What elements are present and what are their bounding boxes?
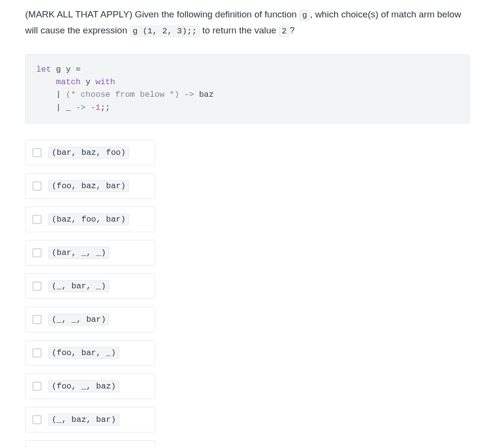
keyword-with: with	[95, 77, 115, 87]
code-indent	[36, 103, 56, 112]
checkbox[interactable]	[32, 215, 42, 224]
option-code-label: (bar, _, _)	[48, 247, 109, 259]
option-code-label: (foo, bar, _)	[48, 347, 119, 359]
code-semi: ;;	[101, 103, 110, 112]
checkbox[interactable]	[32, 181, 42, 191]
option-row[interactable]: (_, baz, bar)	[25, 407, 155, 433]
options-list: (bar, baz, foo)(foo, baz, bar)(baz, foo,…	[25, 140, 155, 448]
inline-code-g: g	[299, 10, 310, 21]
question-text-part: to return the value	[200, 25, 279, 35]
question-text-part: (MARK ALL THAT APPLY) Given the followin…	[25, 9, 299, 19]
option-row[interactable]: (foo, _, baz)	[25, 373, 155, 399]
code-underscore: _	[66, 103, 71, 112]
option-code-label: (_, bar, _)	[48, 280, 109, 292]
option-row[interactable]: (bar, baz, foo)	[25, 140, 155, 165]
question-prompt: (MARK ALL THAT APPLY) Given the followin…	[25, 7, 470, 39]
option-code-label: (foo, baz, bar)	[48, 180, 129, 192]
checkbox[interactable]	[32, 148, 42, 157]
code-text: baz	[199, 90, 214, 99]
code-arrow: ->	[179, 90, 199, 99]
option-row[interactable]: (_, bar, _)	[25, 273, 155, 299]
checkbox[interactable]	[32, 282, 42, 291]
code-indent	[36, 77, 56, 87]
option-code-label: (baz, foo, bar)	[48, 213, 129, 225]
question-container: (MARK ALL THAT APPLY) Given the followin…	[0, 0, 495, 448]
option-row[interactable]: (foo, baz, bar)	[25, 173, 155, 199]
option-row[interactable]: None of the above	[25, 440, 155, 448]
code-text: g y =	[51, 65, 81, 74]
question-text-part: ?	[290, 25, 295, 35]
checkbox[interactable]	[32, 248, 42, 257]
code-text: y	[81, 77, 96, 87]
checkbox[interactable]	[32, 315, 42, 324]
option-row[interactable]: (baz, foo, bar)	[25, 207, 155, 232]
option-row[interactable]: (bar, _, _)	[25, 240, 155, 266]
checkbox[interactable]	[32, 348, 42, 358]
checkbox[interactable]	[32, 415, 42, 424]
code-indent	[36, 90, 56, 99]
checkbox[interactable]	[32, 382, 42, 391]
option-code-label: (_, _, bar)	[48, 314, 109, 326]
code-arrow: ->	[71, 103, 90, 112]
code-pipe: |	[56, 90, 66, 99]
inline-code-result: 2	[279, 26, 290, 37]
option-row[interactable]: (foo, bar, _)	[25, 340, 155, 366]
keyword-match: match	[56, 77, 81, 87]
keyword-let: let	[36, 65, 51, 74]
option-row[interactable]: (_, _, bar)	[25, 307, 155, 332]
code-pipe: |	[56, 103, 66, 112]
option-code-label: (bar, baz, foo)	[48, 147, 129, 159]
code-comment: (* choose from below *)	[66, 90, 179, 99]
option-code-label: (_, baz, bar)	[48, 414, 119, 426]
code-block: let g y = match y with | (* choose from …	[25, 54, 470, 123]
inline-code-expr: g (1, 2, 3);;	[130, 26, 200, 37]
code-number: -1	[90, 103, 100, 112]
option-code-label: (foo, _, baz)	[48, 380, 119, 392]
